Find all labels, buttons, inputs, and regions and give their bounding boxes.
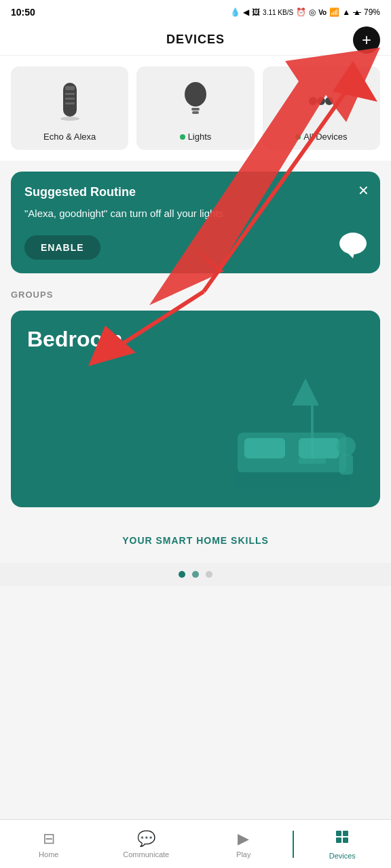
home-label: Home xyxy=(39,850,58,859)
nav-home[interactable]: ⊟ Home xyxy=(0,820,98,868)
volte-icon: Vo xyxy=(318,9,327,16)
svg-rect-24 xyxy=(244,438,285,458)
device-categories: Echo & Alexa Lights xyxy=(0,56,391,161)
echo-alexa-card[interactable]: Echo & Alexa xyxy=(11,66,128,150)
alarm-icon: ⏰ xyxy=(296,7,306,17)
lights-icon xyxy=(175,77,216,125)
battery-level: 79% xyxy=(364,7,380,17)
nav-devices[interactable]: Devices xyxy=(294,820,392,868)
all-devices-card[interactable]: All Devices xyxy=(263,66,380,150)
groups-label: GROUPS xyxy=(11,284,380,302)
water-drop-icon: 💧 xyxy=(230,7,240,17)
enable-routine-button[interactable]: ENABLE xyxy=(24,235,100,260)
svg-rect-10 xyxy=(65,102,75,104)
bottom-navigation: ⊟ Home 💬 Communicate ▶ Play Devices xyxy=(0,819,391,868)
groups-section: GROUPS Bedroom xyxy=(0,284,391,518)
page-dot-3 xyxy=(206,571,212,578)
svg-rect-14 xyxy=(192,111,199,114)
devices-nav-icon xyxy=(334,829,350,849)
echo-alexa-label: Echo & Alexa xyxy=(43,132,96,142)
svg-point-16 xyxy=(317,97,325,105)
navigation-icon: ◀ xyxy=(243,7,249,17)
lights-status-dot xyxy=(180,134,185,140)
suggested-routine-card: ✕ Suggested Routine "Alexa, goodnight" c… xyxy=(11,172,380,273)
routine-title: Suggested Routine xyxy=(24,185,367,199)
device-grid: Echo & Alexa Lights xyxy=(11,66,380,150)
all-devices-status-dot xyxy=(295,134,301,140)
communicate-icon: 💬 xyxy=(137,830,155,848)
page-header: DEVICES + xyxy=(0,24,391,56)
svg-rect-13 xyxy=(191,108,200,111)
image-icon: 🖼 xyxy=(252,7,260,17)
svg-marker-19 xyxy=(348,253,354,258)
smart-home-skills[interactable]: YOUR SMART HOME SKILLS xyxy=(0,518,391,563)
lights-card[interactable]: Lights xyxy=(136,66,254,150)
svg-point-12 xyxy=(185,82,206,106)
add-device-button[interactable]: + xyxy=(353,26,380,54)
status-time: 10:50 xyxy=(11,7,35,18)
devices-nav-label: Devices xyxy=(329,852,356,860)
page-title: DEVICES xyxy=(166,33,225,47)
svg-point-18 xyxy=(339,233,367,254)
signal-icon: ▲ xyxy=(342,7,350,17)
chat-bubble-icon xyxy=(337,230,369,262)
target-icon: ◎ xyxy=(309,7,316,17)
echo-alexa-icon xyxy=(50,77,90,125)
svg-rect-7 xyxy=(65,86,75,90)
status-icons: 💧 ◀ 🖼 3.11 KB/S ⏰ ◎ Vo 📶 ▲ ▲ 79% xyxy=(230,7,380,17)
network-speed: 3.11 KB/S xyxy=(263,9,293,16)
nav-play[interactable]: ▶ Play xyxy=(195,820,293,868)
svg-point-17 xyxy=(325,97,333,105)
play-icon: ▶ xyxy=(238,830,249,848)
svg-rect-29 xyxy=(336,831,341,836)
svg-rect-8 xyxy=(65,93,75,95)
all-devices-label: All Devices xyxy=(295,132,347,142)
plus-icon: + xyxy=(362,32,371,48)
bedroom-card[interactable]: Bedroom xyxy=(11,311,380,507)
lights-label: Lights xyxy=(180,132,212,142)
page-dot-1 xyxy=(179,571,185,578)
bedroom-label: Bedroom xyxy=(27,327,122,352)
smart-skills-label: YOUR SMART HOME SKILLS xyxy=(122,535,269,546)
svg-point-15 xyxy=(309,97,317,105)
communicate-label: Communicate xyxy=(123,850,169,859)
svg-point-11 xyxy=(60,117,79,121)
home-icon: ⊟ xyxy=(43,830,55,848)
routine-description: "Alexa, goodnight" can turn off all your… xyxy=(24,206,367,222)
svg-rect-26 xyxy=(234,472,350,489)
nav-communicate[interactable]: 💬 Communicate xyxy=(98,820,196,868)
all-devices-icon xyxy=(301,77,341,125)
main-content: Echo & Alexa Lights xyxy=(0,56,391,640)
bedroom-illustration xyxy=(231,372,380,507)
routine-close-button[interactable]: ✕ xyxy=(358,182,369,199)
svg-rect-30 xyxy=(343,831,348,836)
status-bar: 10:50 💧 ◀ 🖼 3.11 KB/S ⏰ ◎ Vo 📶 ▲ ▲ 79% xyxy=(0,0,391,24)
svg-rect-28 xyxy=(339,454,353,475)
svg-marker-20 xyxy=(292,378,319,406)
play-label: Play xyxy=(236,850,250,859)
svg-rect-32 xyxy=(343,837,348,843)
pagination-dots xyxy=(0,563,391,586)
page-dot-2 xyxy=(192,571,199,578)
svg-rect-31 xyxy=(336,837,341,843)
no-signal-icon: ▲ xyxy=(353,7,361,17)
wifi-icon: 📶 xyxy=(329,7,339,17)
svg-rect-9 xyxy=(65,98,75,100)
svg-rect-25 xyxy=(299,438,339,458)
svg-point-27 xyxy=(337,437,356,456)
